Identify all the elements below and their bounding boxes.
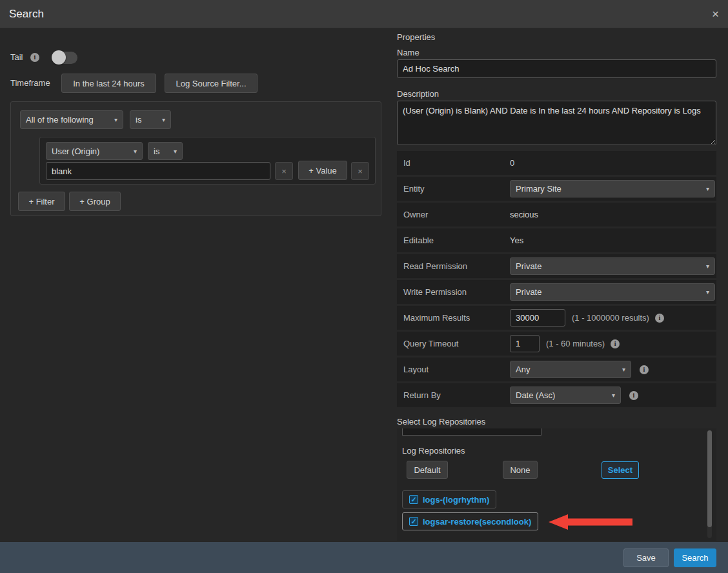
checkbox-checked-icon[interactable]: ✓ [409, 495, 418, 504]
selected-value: Private [516, 287, 541, 297]
filter-rule-group: User (Origin) ▾ is ▾ × + Value × [39, 137, 376, 185]
property-label: Entity [403, 184, 510, 194]
selected-value: is [154, 146, 159, 156]
search-dialog: Search × Tail i Timeframe In the last 24… [0, 0, 728, 573]
chevron-down-icon: ▾ [134, 148, 137, 155]
maximum-results-input[interactable] [510, 309, 565, 327]
property-value: secious [510, 210, 538, 219]
read-permission-select[interactable]: Private ▾ [510, 257, 715, 275]
selected-value: Private [516, 261, 541, 271]
chevron-down-icon: ▾ [162, 116, 165, 123]
repository-label: logsar-restore(secondlook) [423, 517, 531, 527]
filter-builder: All of the following ▾ is ▾ User (Origin… [10, 101, 381, 216]
property-label: Layout [403, 365, 510, 374]
chevron-down-icon: ▾ [622, 366, 625, 373]
selected-value: All of the following [26, 115, 94, 125]
properties-table: Id 0 Entity Primary Site ▾ Owner secious… [397, 151, 716, 409]
property-row-entity: Entity Primary Site ▾ [397, 177, 716, 201]
property-label: Query Timeout [403, 339, 510, 348]
property-label: Id [403, 158, 510, 168]
name-input[interactable] [397, 59, 716, 78]
description-textarea[interactable]: (User (Origin) is Blank) AND Date is In … [397, 101, 716, 145]
chevron-down-icon: ▾ [706, 263, 709, 270]
property-row-layout: Layout Any ▾ i [397, 357, 716, 381]
property-row-return-by: Return By Date (Asc) ▾ i [397, 383, 716, 407]
default-button[interactable]: Default [407, 461, 448, 479]
scrollbar-thumb[interactable] [707, 430, 712, 527]
description-label: Description [397, 89, 439, 99]
close-icon[interactable]: × [712, 8, 719, 20]
remove-value-icon[interactable]: × [275, 162, 293, 180]
rule-field-select[interactable]: User (Origin) ▾ [46, 142, 143, 160]
properties-section-title: Properties [397, 32, 435, 42]
timeframe-button[interactable]: In the last 24 hours [61, 74, 156, 93]
property-value: 0 [510, 158, 514, 168]
checkbox-checked-icon[interactable]: ✓ [409, 517, 418, 526]
property-row-owner: Owner secious [397, 203, 716, 226]
rule-value-input[interactable] [46, 162, 270, 180]
info-icon[interactable]: i [655, 314, 664, 323]
info-icon[interactable]: i [611, 339, 620, 348]
selected-value: Primary Site [516, 184, 561, 194]
timeframe-label: Timeframe [10, 78, 50, 88]
repositories-panel: Log Repositories Default None Select ✓ l… [397, 428, 716, 541]
layout-select[interactable]: Any ▾ [510, 361, 631, 378]
property-row-read-permission: Read Permission Private ▾ [397, 254, 716, 278]
property-row-query-timeout: Query Timeout (1 - 60 minutes) i [397, 332, 716, 356]
tail-toggle[interactable] [53, 52, 77, 64]
write-permission-select[interactable]: Private ▾ [510, 283, 715, 301]
info-icon[interactable]: i [640, 365, 649, 374]
dialog-title: Search [9, 8, 44, 21]
log-source-filter-button[interactable]: Log Source Filter... [165, 74, 258, 93]
red-arrow-icon [549, 514, 632, 530]
save-button[interactable]: Save [623, 548, 669, 567]
group-condition-select[interactable]: is ▾ [130, 110, 171, 129]
chevron-down-icon: ▾ [706, 185, 709, 192]
partially-scrolled-field [402, 428, 541, 436]
chevron-down-icon: ▾ [706, 288, 709, 296]
repositories-panel-title: Log Repositories [402, 446, 465, 456]
selected-value: is [136, 115, 141, 125]
selected-value: Date (Asc) [516, 390, 555, 400]
chevron-down-icon: ▾ [612, 392, 615, 399]
return-by-select[interactable]: Date (Asc) ▾ [510, 387, 621, 404]
repository-item[interactable]: ✓ logsar-restore(secondlook) [402, 512, 538, 530]
add-value-button[interactable]: + Value [298, 161, 347, 180]
entity-select[interactable]: Primary Site ▾ [510, 180, 715, 197]
property-row-id: Id 0 [397, 151, 716, 175]
property-label: Write Permission [403, 287, 510, 297]
selected-value: Any [516, 365, 530, 374]
rule-operator-select[interactable]: is ▾ [148, 142, 183, 160]
property-row-write-permission: Write Permission Private ▾ [397, 280, 716, 304]
property-label: Owner [403, 210, 510, 219]
add-group-button[interactable]: + Group [69, 192, 121, 211]
property-label: Read Permission [403, 261, 510, 271]
search-button[interactable]: Search [674, 548, 716, 567]
property-label: Maximum Results [403, 313, 510, 323]
property-row-editable: Editable Yes [397, 228, 716, 252]
chevron-down-icon: ▾ [114, 116, 117, 123]
group-operator-select[interactable]: All of the following ▾ [20, 110, 123, 129]
selected-value: User (Origin) [52, 146, 99, 156]
tail-label: Tail [10, 52, 23, 62]
property-value: Yes [510, 236, 523, 245]
range-hint: (1 - 60 minutes) [546, 339, 605, 348]
none-button[interactable]: None [503, 461, 538, 479]
repository-item[interactable]: ✓ logs-(logrhythm) [402, 490, 496, 508]
query-timeout-input[interactable] [510, 335, 540, 352]
range-hint: (1 - 1000000 results) [572, 313, 649, 323]
info-icon[interactable]: i [629, 391, 638, 400]
select-button[interactable]: Select [602, 461, 639, 479]
property-label: Editable [403, 236, 510, 245]
repositories-section-title: Select Log Repositories [397, 417, 485, 427]
dialog-footer: Save Search [0, 542, 728, 573]
property-row-maximum-results: Maximum Results (1 - 1000000 results) i [397, 306, 716, 330]
name-label: Name [397, 48, 420, 57]
scrollbar-track[interactable] [707, 430, 712, 538]
add-filter-button[interactable]: + Filter [18, 192, 65, 211]
toggle-knob [52, 50, 66, 65]
chevron-down-icon: ▾ [174, 148, 177, 155]
info-icon[interactable]: i [30, 53, 39, 62]
dialog-header: Search × [0, 0, 728, 28]
remove-rule-icon[interactable]: × [351, 162, 369, 180]
